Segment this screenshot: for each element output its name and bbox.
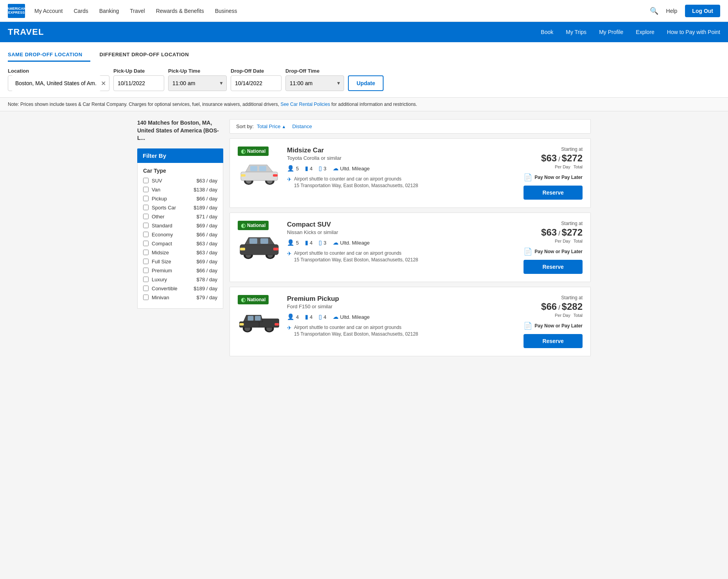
dropoff-time-select[interactable]: 11:00 am 12:00 pm	[285, 75, 344, 91]
passenger-count: 4	[296, 314, 299, 320]
filter-item-label[interactable]: Standard	[152, 223, 172, 229]
filter-checkbox-premium[interactable]	[143, 268, 149, 273]
results-count: 140 Matches for Boston, MA, United State…	[137, 119, 223, 142]
nav-banking[interactable]: Banking	[99, 8, 119, 14]
tab-same-dropoff[interactable]: SAME DROP-OFF LOCATION	[8, 48, 90, 62]
car-model: Nissan Kicks or similar	[287, 229, 517, 235]
filter-item-label[interactable]: Other	[152, 214, 165, 220]
pay-icon: 📄	[524, 247, 532, 256]
travel-nav-book[interactable]: Book	[541, 29, 553, 35]
sort-label: Sort by:	[236, 123, 254, 129]
clear-location-button[interactable]: ✕	[101, 80, 106, 87]
car-card: ◐ National Midsize Car Toyota Corolla or…	[230, 138, 591, 208]
filter-checkbox-other[interactable]	[143, 214, 149, 219]
pickup-time-select[interactable]: 11:00 am 12:00 pm	[168, 75, 227, 91]
nav-my-account[interactable]: My Account	[34, 8, 63, 14]
main-content: 140 Matches for Boston, MA, United State…	[129, 111, 599, 369]
filter-item-price: $71 / day	[197, 214, 218, 220]
travel-nav-explore[interactable]: Explore	[636, 29, 654, 35]
location-line1: Airport shuttle to counter and car on ai…	[294, 250, 418, 257]
pay-option: 📄 Pay Now or Pay Later	[524, 247, 583, 256]
filter-item-label[interactable]: Pickup	[152, 196, 167, 202]
filter-item-label[interactable]: Full Size	[152, 259, 171, 264]
logout-button[interactable]: Log Out	[685, 5, 720, 17]
car-model: Ford F150 or similar	[287, 304, 517, 309]
reserve-button[interactable]: Reserve	[524, 334, 583, 348]
note-bar: Note: Prices shown include taxes & Car R…	[0, 98, 728, 111]
filter-checkbox-suv[interactable]	[143, 178, 149, 183]
vendor-leaf-icon: ◐	[241, 297, 246, 303]
total-label: Total	[574, 313, 583, 318]
filter-item-price: $66 / day	[197, 232, 218, 238]
filter-checkbox-compact[interactable]	[143, 241, 149, 246]
filter-item-label[interactable]: Premium	[152, 268, 172, 273]
nav-travel[interactable]: Travel	[130, 8, 145, 14]
car-rental-policies-link[interactable]: See Car Rental Policies	[280, 102, 330, 107]
search-button[interactable]: 🔍	[650, 7, 658, 15]
filter-item-label[interactable]: Compact	[152, 241, 172, 247]
filter-checkbox-sports-car[interactable]	[143, 205, 149, 210]
location-line2: 15 Transportation Way, East Boston, Mass…	[294, 331, 418, 338]
car-pricing: Starting at $63 / $272 Per Day Total 📄 P…	[524, 147, 583, 200]
filter-checkbox-standard[interactable]	[143, 223, 149, 228]
filter-item-label[interactable]: Minivan	[152, 295, 169, 300]
filter-checkbox-full-size[interactable]	[143, 259, 149, 264]
amex-logo[interactable]: AMERICAN EXPRESS	[8, 4, 25, 18]
filter-item: Compact $63 / day	[143, 241, 217, 247]
filter-item-label[interactable]: Luxury	[152, 277, 167, 282]
reserve-button[interactable]: Reserve	[524, 260, 583, 274]
dropoff-date-input[interactable]	[231, 75, 282, 91]
filter-checkbox-convertible[interactable]	[143, 286, 149, 291]
sort-arrow-icon: ▲	[282, 124, 286, 129]
nav-rewards[interactable]: Rewards & Benefits	[156, 8, 204, 14]
update-button[interactable]: Update	[348, 75, 384, 91]
reserve-button[interactable]: Reserve	[524, 186, 583, 200]
bag-large-count: 4	[310, 240, 312, 246]
bag-small-feature: ▯ 4	[319, 313, 326, 320]
filter-item-label[interactable]: Van	[152, 187, 160, 193]
filter-item-left: Convertible	[143, 286, 178, 291]
filter-item: Premium $66 / day	[143, 268, 217, 273]
location-text: Airport shuttle to counter and car on ai…	[294, 324, 418, 338]
filter-item-left: Van	[143, 187, 160, 193]
filter-item: Economy $66 / day	[143, 232, 217, 238]
car-name: Compact SUV	[287, 221, 517, 229]
filter-item-label[interactable]: Convertible	[152, 286, 178, 291]
filter-checkbox-luxury[interactable]	[143, 277, 149, 282]
bag-small-count: 3	[323, 240, 326, 246]
location-input-wrap: ✕	[8, 75, 109, 91]
mileage-icon: ☁	[333, 165, 339, 172]
bag-large-feature: ▮ 4	[305, 313, 312, 320]
price-total: $272	[562, 227, 583, 238]
filter-item: Minivan $79 / day	[143, 295, 217, 300]
pickup-time-label: Pick-Up Time	[168, 68, 227, 74]
sort-total-price[interactable]: Total Price ▲	[257, 123, 286, 129]
pickup-date-input[interactable]	[113, 75, 164, 91]
tab-diff-dropoff[interactable]: DIFFERENT DROP-OFF LOCATION	[100, 48, 197, 62]
help-link[interactable]: Help	[666, 8, 678, 14]
nav-cards[interactable]: Cards	[74, 8, 88, 14]
filter-checkbox-minivan[interactable]	[143, 295, 149, 300]
filter-item-label[interactable]: Economy	[152, 232, 173, 238]
mileage-icon: ☁	[333, 239, 339, 246]
location-input[interactable]	[11, 75, 101, 91]
sort-distance[interactable]: Distance	[292, 123, 312, 129]
location-line2: 15 Transportation Way, East Boston, Mass…	[294, 182, 418, 189]
filter-item-label[interactable]: Midsize	[152, 250, 169, 256]
travel-nav-how-to-pay[interactable]: How to Pay with Point	[667, 29, 720, 35]
price-per-day: $63	[541, 153, 557, 164]
filter-item-price: $69 / day	[197, 223, 218, 229]
travel-nav-my-trips[interactable]: My Trips	[566, 29, 586, 35]
filter-checkbox-van[interactable]	[143, 187, 149, 192]
filter-checkbox-pickup[interactable]	[143, 196, 149, 201]
filter-item-label[interactable]: Sports Car	[152, 205, 176, 211]
pay-option-text: Pay Now or Pay Later	[534, 175, 583, 180]
top-navigation: AMERICAN EXPRESS My Account Cards Bankin…	[0, 0, 728, 22]
filter-checkbox-economy[interactable]	[143, 232, 149, 237]
filter-item-label[interactable]: SUV	[152, 178, 162, 184]
price-per-day: $66	[541, 301, 557, 312]
nav-business[interactable]: Business	[215, 8, 237, 14]
filter-checkbox-midsize[interactable]	[143, 250, 149, 255]
passenger-feature: 👤 4	[287, 313, 299, 320]
travel-nav-my-profile[interactable]: My Profile	[599, 29, 623, 35]
